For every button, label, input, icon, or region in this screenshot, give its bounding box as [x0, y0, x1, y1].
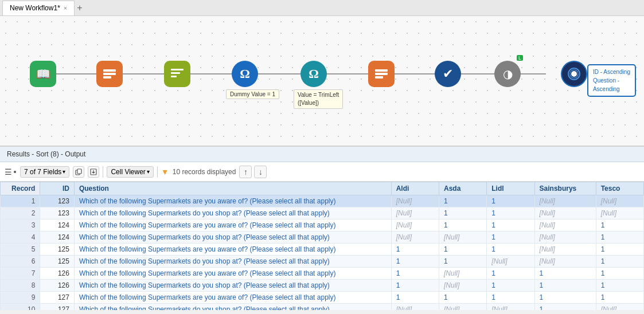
- svg-rect-8: [375, 76, 383, 78]
- cell-question: Which of the following Supermarkets are …: [74, 244, 391, 256]
- col-header-record[interactable]: Record: [1, 182, 40, 195]
- results-table: Record ID Question Aldi Asda Lidl Sainsb…: [0, 182, 644, 310]
- workflow-tab[interactable]: New Workflow1* ×: [2, 1, 75, 15]
- node-formula1-label: Dummy Value = 1: [226, 89, 279, 99]
- svg-marker-17: [92, 172, 95, 174]
- cell-question: Which of the following Supermarkets do y…: [74, 231, 391, 244]
- table-row[interactable]: 7 126 Which of the following Supermarket…: [1, 268, 644, 280]
- fields-dropdown-arrow: ▾: [63, 168, 65, 175]
- cell-asda: 1: [439, 256, 486, 268]
- cell-asda: [Null]: [439, 231, 486, 244]
- node-multi[interactable]: [561, 61, 587, 87]
- cell-lidl: [Null]: [487, 304, 534, 311]
- cell-asda: 1: [439, 207, 486, 219]
- node-select2[interactable]: [368, 61, 395, 87]
- cell-id: 123: [40, 207, 74, 219]
- cell-lidl: 1: [487, 195, 534, 207]
- node-check[interactable]: ✔: [435, 61, 461, 87]
- cell-viewer-label: Cell Viewer: [111, 168, 145, 176]
- cell-tesco: [Null]: [596, 207, 643, 219]
- col-header-question[interactable]: Question: [74, 182, 391, 195]
- cell-aldi: 1: [391, 256, 439, 268]
- filter-icon[interactable]: ▼: [161, 167, 169, 176]
- cell-sainsburys: 1: [534, 268, 596, 280]
- node-formula2-label: Value = TrimLeft([Value]): [294, 89, 343, 109]
- tab-title: New Workflow1*: [10, 4, 60, 12]
- cell-id: 125: [40, 244, 74, 256]
- cell-viewer-dropdown[interactable]: Cell Viewer ▾: [107, 166, 153, 178]
- selected-node-label: ID - Ascending Question - Ascending: [593, 69, 630, 92]
- table-row[interactable]: 10 127 Which of the following Supermarke…: [1, 304, 644, 311]
- export-icon[interactable]: [88, 166, 99, 178]
- table-row[interactable]: 2 123 Which of the following Supermarket…: [1, 207, 644, 219]
- cell-tesco: 1: [596, 219, 643, 231]
- table-row[interactable]: 4 124 Which of the following Supermarket…: [1, 231, 644, 244]
- cell-id: 124: [40, 231, 74, 244]
- node-sort[interactable]: [164, 61, 190, 87]
- results-detail: - Sort (8) - Output: [30, 150, 85, 158]
- results-label: Results: [7, 150, 30, 158]
- node-summarize-badge: L: [517, 55, 523, 61]
- cell-record: 4: [1, 231, 40, 244]
- table-row[interactable]: 5 125 Which of the following Supermarket…: [1, 244, 644, 256]
- cell-lidl: [Null]: [487, 256, 534, 268]
- node-select1[interactable]: [96, 61, 123, 87]
- cell-tesco: 1: [596, 268, 643, 280]
- toggle-fields-icon[interactable]: ☰: [5, 167, 12, 176]
- node-formula2[interactable]: Ω Value = TrimLeft([Value]): [300, 61, 327, 87]
- cell-record: 6: [1, 256, 40, 268]
- data-grid: Record ID Question Aldi Asda Lidl Sainsb…: [0, 182, 644, 310]
- cell-record: 7: [1, 268, 40, 280]
- cell-question: Which of the following Supermarkets are …: [74, 268, 391, 280]
- cell-sainsburys: [Null]: [534, 195, 596, 207]
- svg-rect-4: [171, 72, 180, 74]
- cell-question: Which of the following Supermarkets do y…: [74, 256, 391, 268]
- node-formula1[interactable]: Ω Dummy Value = 1: [232, 61, 258, 87]
- cell-tesco: 1: [596, 280, 643, 292]
- cell-question: Which of the following Supermarkets do y…: [74, 304, 391, 311]
- dot-icon: [14, 171, 16, 173]
- table-row[interactable]: 6 125 Which of the following Supermarket…: [1, 256, 644, 268]
- tab-close-btn[interactable]: ×: [64, 5, 67, 11]
- new-tab-button[interactable]: +: [77, 3, 82, 13]
- cell-aldi: [Null]: [391, 231, 439, 244]
- svg-rect-6: [375, 69, 388, 72]
- cell-sainsburys: [Null]: [534, 219, 596, 231]
- cell-tesco: [Null]: [596, 304, 643, 311]
- copy-icon[interactable]: [73, 166, 84, 178]
- table-row[interactable]: 3 124 Which of the following Supermarket…: [1, 219, 644, 231]
- cell-aldi: 1: [391, 268, 439, 280]
- col-header-id[interactable]: ID: [40, 182, 74, 195]
- svg-rect-3: [171, 69, 184, 70]
- cell-viewer-arrow: ▾: [147, 168, 150, 175]
- node-input[interactable]: 📖: [30, 61, 56, 87]
- cell-asda: 1: [439, 292, 486, 304]
- sort-asc-button[interactable]: ↑: [239, 166, 252, 178]
- cell-asda: [Null]: [439, 304, 486, 311]
- table-row[interactable]: 9 127 Which of the following Supermarket…: [1, 292, 644, 304]
- tab-bar: New Workflow1* × +: [0, 0, 644, 16]
- cell-asda: [Null]: [439, 280, 486, 292]
- cell-sainsburys: [Null]: [534, 244, 596, 256]
- cell-id: 125: [40, 256, 74, 268]
- cell-aldi: [Null]: [391, 207, 439, 219]
- cell-record: 8: [1, 280, 40, 292]
- col-header-lidl[interactable]: Lidl: [487, 182, 534, 195]
- toolbar-divider1: [103, 166, 103, 178]
- col-header-sainsburys[interactable]: Sainsburys: [534, 182, 596, 195]
- svg-point-9: [572, 72, 576, 76]
- col-header-asda[interactable]: Asda: [439, 182, 486, 195]
- sort-desc-button[interactable]: ↓: [254, 166, 267, 178]
- cell-sainsburys: 1: [534, 292, 596, 304]
- table-row[interactable]: 1 123 Which of the following Supermarket…: [1, 195, 644, 207]
- cell-sainsburys: [Null]: [534, 207, 596, 219]
- col-header-aldi[interactable]: Aldi: [391, 182, 439, 195]
- node-summarize[interactable]: ◑ L: [494, 61, 521, 87]
- cell-tesco: 1: [596, 292, 643, 304]
- fields-dropdown[interactable]: 7 of 7 Fields ▾: [20, 166, 69, 178]
- table-row[interactable]: 8 126 Which of the following Supermarket…: [1, 280, 644, 292]
- cell-sainsburys: [Null]: [534, 231, 596, 244]
- cell-question: Which of the following Supermarkets are …: [74, 195, 391, 207]
- col-header-tesco[interactable]: Tesco: [596, 182, 643, 195]
- cell-tesco: 1: [596, 231, 643, 244]
